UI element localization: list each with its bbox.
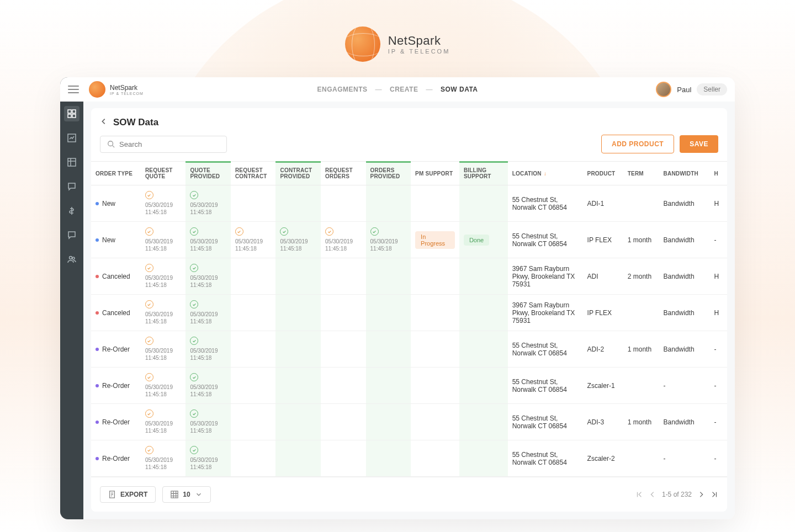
- cell-bandwidth: -: [659, 368, 710, 404]
- page-size-selector[interactable]: 10: [162, 486, 210, 503]
- cell-billing-support: [459, 331, 508, 368]
- search-input[interactable]: [119, 140, 220, 148]
- table-cell: [321, 440, 366, 477]
- check-circle-icon: [145, 446, 153, 454]
- table-cell: [366, 440, 411, 477]
- table-cell: [275, 368, 321, 404]
- col-order-type[interactable]: ORDER TYPE: [91, 162, 141, 185]
- pagination: 1-5 of 232: [635, 491, 718, 498]
- col-h[interactable]: H: [710, 162, 727, 185]
- separator-icon: —: [426, 86, 433, 93]
- cell-location: 3967 Sam Rayburn Pkwy, Brookeland TX 759…: [508, 258, 583, 295]
- table-row[interactable]: Canceled05/30/2019 11:45:1805/30/2019 11…: [91, 258, 727, 295]
- col-request-orders[interactable]: REQUEST ORDERS: [321, 162, 366, 185]
- cell-order-type: New: [91, 185, 141, 222]
- col-request-contract[interactable]: REQUEST CONTRACT: [231, 162, 276, 185]
- table-cell: [275, 404, 321, 440]
- col-pm-support[interactable]: PM SUPPORT: [411, 162, 459, 185]
- check-circle-icon: [190, 264, 198, 272]
- page-prev-button[interactable]: [649, 491, 656, 498]
- table-cell: 05/30/2019 11:45:18: [231, 222, 276, 258]
- page-logo: NetSpark IP & TELECOM: [0, 0, 795, 77]
- check-circle-icon: [190, 191, 198, 199]
- col-request-quote[interactable]: REQUEST QUOTE: [141, 162, 186, 185]
- export-button[interactable]: EXPORT: [100, 486, 156, 503]
- col-quote-provided[interactable]: QUOTE PROVIDED: [186, 162, 231, 185]
- col-orders-provided[interactable]: ORDERS PROVIDED: [366, 162, 411, 185]
- col-location[interactable]: LOCATION↓: [508, 162, 583, 185]
- cell-location: 3967 Sam Rayburn Pkwy, Brookeland TX 759…: [508, 295, 583, 331]
- crumb-create[interactable]: CREATE: [390, 86, 418, 93]
- page-size-value: 10: [183, 491, 190, 498]
- col-contract-provided[interactable]: CONTRACT PROVIDED: [275, 162, 321, 185]
- cell-product: Zscaler-1: [583, 368, 623, 404]
- cell-order-type: Canceled: [91, 295, 141, 331]
- crumb-engagements[interactable]: ENGAGMENTS: [317, 86, 367, 93]
- chevron-down-icon: [195, 491, 203, 498]
- table-row[interactable]: Re-Order05/30/2019 11:45:1805/30/2019 11…: [91, 331, 727, 368]
- table-cell: [275, 185, 321, 222]
- timestamp: 05/30/2019 11:45:18: [145, 384, 182, 398]
- page-next-button[interactable]: [697, 491, 705, 498]
- page-first-button[interactable]: [635, 491, 643, 498]
- status-dot-icon: [96, 202, 99, 205]
- table-row[interactable]: Re-Order05/30/2019 11:45:1805/30/2019 11…: [91, 440, 727, 477]
- table-cell: [366, 185, 411, 222]
- table-row[interactable]: Re-Order05/30/2019 11:45:1805/30/2019 11…: [91, 368, 727, 404]
- svg-point-8: [108, 141, 113, 146]
- topbar: NetSpark IP & TELECOM ENGAGMENTS — CREAT…: [60, 77, 735, 102]
- role-badge[interactable]: Seller: [697, 83, 727, 95]
- cell-billing-support: [459, 440, 508, 477]
- hamburger-icon[interactable]: [68, 86, 79, 93]
- mini-logo[interactable]: NetSpark IP & TELECOM: [89, 81, 144, 98]
- cell-term: [623, 440, 659, 477]
- main: SOW Data ADD PRODUCT SAVE: [83, 77, 735, 519]
- sidebar-item-billing[interactable]: [64, 203, 80, 219]
- data-table: ORDER TYPE REQUEST QUOTE QUOTE PROVIDED …: [91, 161, 727, 477]
- cell-product: ADI-1: [583, 185, 623, 222]
- add-product-button[interactable]: ADD PRODUCT: [601, 135, 674, 153]
- sidebar-item-table[interactable]: [64, 155, 80, 170]
- svg-rect-5: [68, 158, 76, 166]
- col-billing-support[interactable]: BILLING SUPPORT: [459, 162, 508, 185]
- table-cell: [366, 368, 411, 404]
- sidebar-item-chat[interactable]: [64, 179, 80, 194]
- grid-icon: [171, 491, 178, 498]
- table-cell: [275, 295, 321, 331]
- cell-pm-support: In Progress: [411, 222, 459, 258]
- logo-icon: [345, 26, 380, 62]
- col-bandwidth[interactable]: BANDWIDTH: [659, 162, 710, 185]
- table-cell: [231, 295, 276, 331]
- cell-h: -: [710, 331, 727, 368]
- table-cell: 05/30/2019 11:45:18: [141, 440, 186, 477]
- timestamp: 05/30/2019 11:45:18: [190, 420, 226, 434]
- table-row[interactable]: Canceled05/30/2019 11:45:1805/30/2019 11…: [91, 295, 727, 331]
- page-title: SOW Data: [113, 117, 158, 128]
- table-row[interactable]: New05/30/2019 11:45:1805/30/2019 11:45:1…: [91, 185, 727, 222]
- cell-pm-support: [411, 295, 459, 331]
- check-circle-icon: [370, 227, 379, 236]
- col-product[interactable]: PRODUCT: [583, 162, 623, 185]
- timestamp: 05/30/2019 11:45:18: [190, 347, 226, 361]
- back-chevron-icon[interactable]: [100, 118, 108, 127]
- svg-point-7: [72, 257, 75, 259]
- cell-term: 1 month: [623, 331, 659, 368]
- table-cell: 05/30/2019 11:45:18: [186, 368, 231, 404]
- sidebar-item-analytics[interactable]: [64, 130, 80, 146]
- breadcrumb: ENGAGMENTS — CREATE — SOW DATA: [317, 86, 478, 93]
- crumb-sow-data[interactable]: SOW DATA: [441, 86, 478, 93]
- cell-h: H: [710, 258, 727, 295]
- search-box[interactable]: [100, 136, 227, 153]
- sidebar-item-dashboard[interactable]: [64, 106, 80, 121]
- svg-rect-0: [68, 110, 71, 113]
- save-button[interactable]: SAVE: [680, 135, 718, 153]
- sidebar-item-messages[interactable]: [64, 227, 80, 243]
- table-cell: 05/30/2019 11:45:18: [186, 185, 231, 222]
- table-footer: EXPORT 10 1-5 of 232: [91, 477, 727, 512]
- page-last-button[interactable]: [711, 491, 718, 498]
- table-row[interactable]: New05/30/2019 11:45:1805/30/2019 11:45:1…: [91, 222, 727, 258]
- col-term[interactable]: TERM: [623, 162, 659, 185]
- sidebar-item-users[interactable]: [64, 252, 80, 267]
- table-row[interactable]: Re-Order05/30/2019 11:45:1805/30/2019 11…: [91, 404, 727, 440]
- avatar[interactable]: [656, 82, 671, 97]
